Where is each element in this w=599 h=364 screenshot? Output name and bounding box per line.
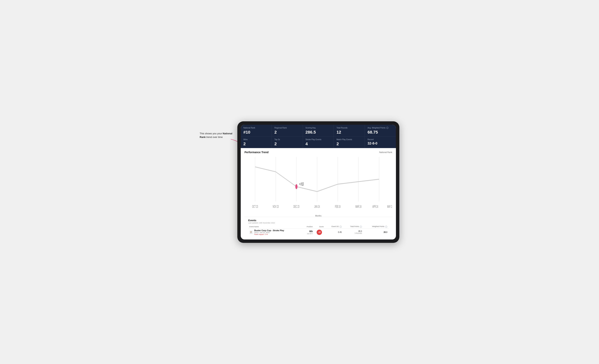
events-table-header-row: Event Name Position Score Event SG i Tot… bbox=[248, 225, 388, 228]
stat-record: Record 32-8-0 bbox=[365, 136, 396, 148]
performance-trend-header: Performance Trend National Rank bbox=[245, 151, 392, 154]
event-weighted-points: 28.3 bbox=[363, 228, 388, 236]
event-position: 6th out of 7 bbox=[302, 228, 314, 236]
event-name: Buster Cozy Cup - Stroke Play bbox=[254, 229, 284, 231]
stat-regional-rank: Regional Rank 2 bbox=[272, 125, 303, 136]
col-weighted-points: Weighted Points i bbox=[363, 225, 388, 228]
tablet-device: National Rank #10 Regional Rank 2 Scorin… bbox=[237, 121, 399, 243]
svg-text:MAR 24: MAR 24 bbox=[355, 204, 361, 208]
x-axis-label: Months bbox=[245, 215, 392, 217]
performance-trend-chart: • #10 OCT 23 NOV 23 DEC 23 JAN 24 FEB 24… bbox=[245, 154, 392, 214]
event-type-icon: 🏌 bbox=[249, 231, 253, 234]
score-badge: -22 bbox=[317, 230, 322, 235]
col-event-sg: Event SG i bbox=[325, 225, 343, 228]
annotation: This shows you your National Rank trend … bbox=[200, 132, 237, 139]
stat-avg-weighted-points-value: 68.75 bbox=[368, 130, 393, 135]
stat-stroke-play-events-value: 4 bbox=[306, 142, 331, 146]
stat-national-rank: National Rank #10 bbox=[241, 125, 272, 136]
stat-record-value: 32-8-0 bbox=[368, 142, 393, 145]
stat-match-play-events-value: 2 bbox=[336, 142, 362, 146]
events-section: Events Last updated: 24th November 2023 … bbox=[245, 217, 392, 237]
stat-scoring-avg-label: Scoring Avg. bbox=[306, 127, 331, 129]
stat-scoring-avg: Scoring Avg. 286.5 bbox=[303, 125, 334, 136]
svg-text:FEB 24: FEB 24 bbox=[335, 204, 341, 208]
tablet-screen: National Rank #10 Regional Rank 2 Scorin… bbox=[241, 125, 396, 240]
svg-text:NOV 23: NOV 23 bbox=[273, 204, 279, 208]
stat-match-play-events-label: Match Play Events bbox=[336, 138, 362, 141]
event-name-cell: 🏌 Buster Cozy Cup - Stroke Play Oct 9 - … bbox=[248, 228, 302, 236]
stat-total-rounds: Total Rounds 12 bbox=[334, 125, 365, 136]
info-icon-weighted[interactable]: i bbox=[386, 127, 388, 129]
stat-national-rank-label: National Rank bbox=[243, 127, 269, 129]
stat-top3s: Top 3s 2 bbox=[272, 136, 303, 148]
col-score: Score bbox=[314, 225, 325, 228]
event-rank-impact: Rank Impact: 3 ▼ bbox=[254, 233, 284, 235]
stat-avg-weighted-points: Avg. Weighted Points i 68.75 bbox=[365, 125, 396, 136]
event-sg: 0.45 bbox=[325, 228, 343, 236]
stat-wins: Wins 2 bbox=[241, 136, 272, 148]
svg-text:MAY 24: MAY 24 bbox=[387, 204, 392, 208]
svg-text:DEC 23: DEC 23 bbox=[293, 204, 299, 208]
svg-text:JAN 24: JAN 24 bbox=[314, 204, 320, 208]
content-area: Performance Trend National Rank bbox=[241, 148, 396, 240]
col-event-name: Event Name bbox=[248, 225, 302, 228]
stat-top3s-label: Top 3s bbox=[274, 138, 300, 141]
stat-scoring-avg-value: 286.5 bbox=[306, 130, 331, 135]
stat-stroke-play-events-label: Stroke Play Events bbox=[306, 138, 331, 141]
stat-regional-rank-value: 2 bbox=[274, 130, 300, 135]
events-last-updated: Last updated: 24th November 2023 bbox=[248, 222, 388, 224]
col-total-points: Total Points i bbox=[343, 225, 363, 228]
stat-record-label: Record bbox=[368, 138, 393, 141]
stat-stroke-play-events: Stroke Play Events 4 bbox=[303, 136, 334, 148]
event-total-points: 28.3 3 Rounds bbox=[343, 228, 363, 236]
svg-text:APR 24: APR 24 bbox=[372, 204, 378, 208]
trend-chart-svg: • #10 OCT 23 NOV 23 DEC 23 JAN 24 FEB 24… bbox=[245, 154, 392, 214]
stats-row-2: Wins 2 Top 3s 2 Stroke Play Events 4 Mat… bbox=[241, 136, 396, 148]
stat-top3s-value: 2 bbox=[274, 142, 300, 146]
info-icon-sg[interactable]: i bbox=[340, 226, 342, 228]
annotation-text: This shows you your National Rank trend … bbox=[200, 132, 232, 139]
performance-trend-label: National Rank bbox=[379, 151, 392, 153]
page-wrapper: This shows you your National Rank trend … bbox=[200, 121, 399, 243]
stat-national-rank-value: #10 bbox=[243, 130, 269, 135]
event-date: Oct 9 - Oct 10, 2023 bbox=[254, 231, 284, 233]
stat-wins-value: 2 bbox=[243, 142, 269, 146]
col-position: Position bbox=[302, 225, 314, 228]
table-row[interactable]: 🏌 Buster Cozy Cup - Stroke Play Oct 9 - … bbox=[248, 228, 388, 236]
performance-trend-title: Performance Trend bbox=[245, 151, 269, 154]
stats-row-1: National Rank #10 Regional Rank 2 Scorin… bbox=[241, 125, 396, 136]
stat-total-rounds-label: Total Rounds bbox=[336, 127, 362, 129]
svg-text:OCT 23: OCT 23 bbox=[252, 204, 258, 208]
stat-wins-label: Wins bbox=[243, 138, 269, 141]
events-title: Events bbox=[248, 219, 388, 222]
svg-text:• #10: • #10 bbox=[299, 182, 304, 186]
stat-total-rounds-value: 12 bbox=[336, 130, 362, 135]
events-table: Event Name Position Score Event SG i Tot… bbox=[248, 225, 388, 236]
stat-regional-rank-label: Regional Rank bbox=[274, 127, 300, 129]
event-score: -22 bbox=[314, 228, 325, 236]
stat-avg-weighted-points-label: Avg. Weighted Points i bbox=[368, 127, 393, 129]
info-icon-total-points[interactable]: i bbox=[360, 226, 362, 228]
svg-point-8 bbox=[295, 184, 297, 189]
annotation-bold: National Rank bbox=[200, 132, 232, 139]
stat-match-play-events: Match Play Events 2 bbox=[334, 136, 365, 148]
info-icon-wp[interactable]: i bbox=[385, 226, 387, 228]
